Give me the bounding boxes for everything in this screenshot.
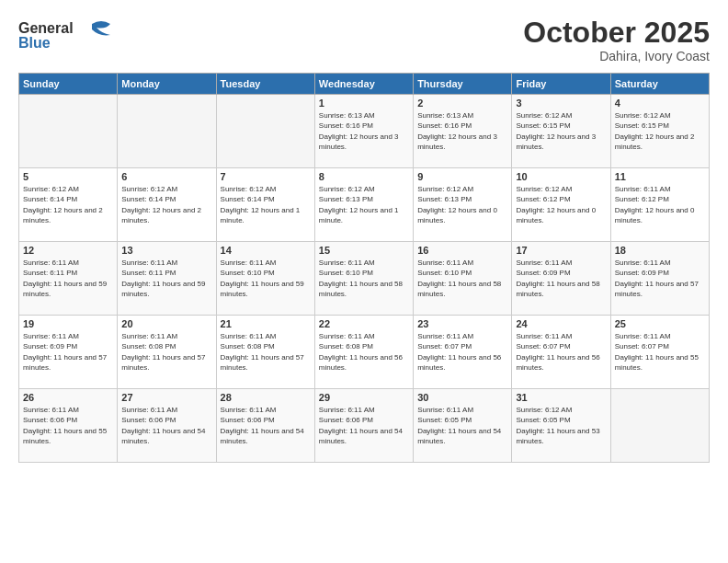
calendar-cell: 30Sunrise: 6:11 AM Sunset: 6:05 PM Dayli… — [414, 389, 512, 463]
day-info: Sunrise: 6:11 AM Sunset: 6:07 PM Dayligh… — [516, 331, 606, 373]
day-number: 2 — [417, 98, 507, 109]
calendar-cell: 20Sunrise: 6:11 AM Sunset: 6:08 PM Dayli… — [118, 316, 216, 389]
weekday-header-monday: Monday — [118, 74, 216, 95]
day-info: Sunrise: 6:11 AM Sunset: 6:10 PM Dayligh… — [319, 258, 409, 299]
day-number: 17 — [516, 245, 606, 256]
day-number: 22 — [319, 318, 409, 329]
day-number: 13 — [121, 245, 211, 256]
calendar-cell: 6Sunrise: 6:12 AM Sunset: 6:14 PM Daylig… — [118, 168, 216, 242]
calendar-week-3: 12Sunrise: 6:11 AM Sunset: 6:11 PM Dayli… — [19, 242, 710, 316]
calendar-week-1: 1Sunrise: 6:13 AM Sunset: 6:16 PM Daylig… — [19, 95, 710, 168]
calendar-cell: 7Sunrise: 6:12 AM Sunset: 6:14 PM Daylig… — [216, 168, 314, 242]
day-info: Sunrise: 6:11 AM Sunset: 6:07 PM Dayligh… — [615, 331, 705, 373]
title-block: October 2025 Dahira, Ivory Coast — [523, 17, 710, 63]
day-number: 20 — [121, 318, 211, 329]
calendar-cell: 8Sunrise: 6:12 AM Sunset: 6:13 PM Daylig… — [314, 168, 413, 242]
calendar-week-4: 19Sunrise: 6:11 AM Sunset: 6:09 PM Dayli… — [19, 316, 710, 389]
day-number: 30 — [417, 392, 507, 403]
calendar-cell: 31Sunrise: 6:12 AM Sunset: 6:05 PM Dayli… — [512, 389, 610, 463]
weekday-header-row: SundayMondayTuesdayWednesdayThursdayFrid… — [19, 74, 710, 95]
day-info: Sunrise: 6:11 AM Sunset: 6:08 PM Dayligh… — [121, 331, 211, 373]
day-number: 8 — [319, 171, 409, 182]
day-info: Sunrise: 6:13 AM Sunset: 6:16 PM Dayligh… — [417, 110, 507, 152]
calendar-cell — [610, 389, 709, 463]
calendar-cell: 16Sunrise: 6:11 AM Sunset: 6:10 PM Dayli… — [414, 242, 512, 316]
day-info: Sunrise: 6:11 AM Sunset: 6:05 PM Dayligh… — [417, 405, 507, 446]
svg-text:Blue: Blue — [18, 35, 51, 51]
day-number: 9 — [417, 171, 507, 182]
day-info: Sunrise: 6:11 AM Sunset: 6:09 PM Dayligh… — [23, 331, 113, 373]
day-number: 14 — [221, 245, 311, 256]
calendar-cell: 12Sunrise: 6:11 AM Sunset: 6:11 PM Dayli… — [19, 242, 118, 316]
calendar-week-2: 5Sunrise: 6:12 AM Sunset: 6:14 PM Daylig… — [19, 168, 710, 242]
day-info: Sunrise: 6:12 AM Sunset: 6:13 PM Dayligh… — [319, 184, 409, 225]
calendar-cell: 23Sunrise: 6:11 AM Sunset: 6:07 PM Dayli… — [414, 316, 512, 389]
day-number: 21 — [221, 318, 311, 329]
calendar-cell: 18Sunrise: 6:11 AM Sunset: 6:09 PM Dayli… — [610, 242, 709, 316]
day-info: Sunrise: 6:11 AM Sunset: 6:12 PM Dayligh… — [615, 184, 705, 225]
day-number: 28 — [221, 392, 311, 403]
day-info: Sunrise: 6:12 AM Sunset: 6:14 PM Dayligh… — [23, 184, 113, 225]
calendar-cell — [216, 95, 314, 168]
calendar-cell: 29Sunrise: 6:11 AM Sunset: 6:06 PM Dayli… — [314, 389, 413, 463]
day-info: Sunrise: 6:11 AM Sunset: 6:06 PM Dayligh… — [319, 405, 409, 446]
day-info: Sunrise: 6:11 AM Sunset: 6:08 PM Dayligh… — [319, 331, 409, 373]
calendar-cell: 28Sunrise: 6:11 AM Sunset: 6:06 PM Dayli… — [216, 389, 314, 463]
day-number: 7 — [221, 171, 311, 182]
day-number: 19 — [23, 318, 113, 329]
day-number: 5 — [23, 171, 113, 182]
calendar-cell: 5Sunrise: 6:12 AM Sunset: 6:14 PM Daylig… — [19, 168, 118, 242]
day-info: Sunrise: 6:11 AM Sunset: 6:06 PM Dayligh… — [23, 405, 113, 446]
day-info: Sunrise: 6:12 AM Sunset: 6:05 PM Dayligh… — [516, 405, 606, 446]
day-info: Sunrise: 6:13 AM Sunset: 6:16 PM Dayligh… — [319, 110, 409, 152]
day-info: Sunrise: 6:11 AM Sunset: 6:09 PM Dayligh… — [516, 258, 606, 299]
day-number: 29 — [319, 392, 409, 403]
day-info: Sunrise: 6:11 AM Sunset: 6:07 PM Dayligh… — [417, 331, 507, 373]
svg-text:General: General — [18, 20, 74, 36]
day-number: 4 — [615, 98, 705, 109]
day-number: 31 — [516, 392, 606, 403]
calendar-cell: 4Sunrise: 6:12 AM Sunset: 6:15 PM Daylig… — [610, 95, 709, 168]
day-number: 25 — [615, 318, 705, 329]
calendar-cell: 25Sunrise: 6:11 AM Sunset: 6:07 PM Dayli… — [610, 316, 709, 389]
weekday-header-friday: Friday — [512, 74, 610, 95]
calendar-cell: 3Sunrise: 6:12 AM Sunset: 6:15 PM Daylig… — [512, 95, 610, 168]
weekday-header-sunday: Sunday — [19, 74, 118, 95]
calendar-cell: 15Sunrise: 6:11 AM Sunset: 6:10 PM Dayli… — [314, 242, 413, 316]
day-number: 16 — [417, 245, 507, 256]
day-info: Sunrise: 6:11 AM Sunset: 6:09 PM Dayligh… — [615, 258, 705, 299]
day-number: 12 — [23, 245, 113, 256]
main-title: October 2025 — [523, 17, 710, 49]
calendar-cell: 14Sunrise: 6:11 AM Sunset: 6:10 PM Dayli… — [216, 242, 314, 316]
day-number: 6 — [121, 171, 211, 182]
calendar-cell: 24Sunrise: 6:11 AM Sunset: 6:07 PM Dayli… — [512, 316, 610, 389]
day-number: 23 — [417, 318, 507, 329]
day-info: Sunrise: 6:12 AM Sunset: 6:14 PM Dayligh… — [121, 184, 211, 225]
calendar-week-5: 26Sunrise: 6:11 AM Sunset: 6:06 PM Dayli… — [19, 389, 710, 463]
day-info: Sunrise: 6:11 AM Sunset: 6:10 PM Dayligh… — [221, 258, 311, 299]
calendar-cell: 2Sunrise: 6:13 AM Sunset: 6:16 PM Daylig… — [414, 95, 512, 168]
calendar-cell: 9Sunrise: 6:12 AM Sunset: 6:13 PM Daylig… — [414, 168, 512, 242]
calendar-cell: 19Sunrise: 6:11 AM Sunset: 6:09 PM Dayli… — [19, 316, 118, 389]
day-info: Sunrise: 6:12 AM Sunset: 6:15 PM Dayligh… — [615, 110, 705, 152]
day-info: Sunrise: 6:11 AM Sunset: 6:06 PM Dayligh… — [221, 405, 311, 446]
day-info: Sunrise: 6:12 AM Sunset: 6:13 PM Dayligh… — [417, 184, 507, 225]
calendar-cell: 27Sunrise: 6:11 AM Sunset: 6:06 PM Dayli… — [118, 389, 216, 463]
day-number: 1 — [319, 98, 409, 109]
day-info: Sunrise: 6:11 AM Sunset: 6:08 PM Dayligh… — [221, 331, 311, 373]
day-info: Sunrise: 6:12 AM Sunset: 6:15 PM Dayligh… — [516, 110, 606, 152]
day-number: 3 — [516, 98, 606, 109]
subtitle: Dahira, Ivory Coast — [523, 49, 710, 63]
weekday-header-tuesday: Tuesday — [216, 74, 314, 95]
day-info: Sunrise: 6:11 AM Sunset: 6:06 PM Dayligh… — [121, 405, 211, 446]
calendar-cell: 11Sunrise: 6:11 AM Sunset: 6:12 PM Dayli… — [610, 168, 709, 242]
header: General Blue October 2025 Dahira, Ivory … — [18, 17, 710, 63]
logo: General Blue — [18, 17, 119, 57]
calendar-table: SundayMondayTuesdayWednesdayThursdayFrid… — [18, 73, 710, 463]
day-number: 18 — [615, 245, 705, 256]
day-number: 26 — [23, 392, 113, 403]
day-number: 27 — [121, 392, 211, 403]
day-number: 11 — [615, 171, 705, 182]
weekday-header-thursday: Thursday — [414, 74, 512, 95]
logo-text: General Blue — [18, 17, 119, 57]
